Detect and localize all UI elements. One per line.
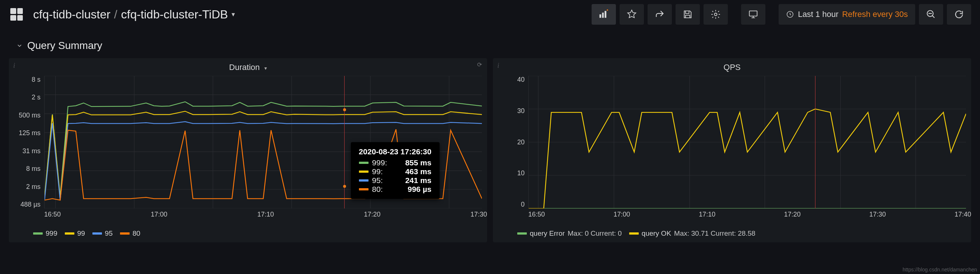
legend-stat: Max: 30.71 Current: 28.58 [674, 229, 756, 237]
axis-tick: 17:20 [364, 211, 380, 218]
legend-swatch-icon [629, 233, 639, 234]
axis-tick: 500 ms [19, 112, 40, 119]
section-title: Query Summary [27, 40, 102, 51]
star-button[interactable] [620, 4, 644, 25]
time-range-label: Last 1 hour [798, 10, 838, 19]
axis-tick: 17:30 [471, 211, 487, 218]
legend-label: 99 [77, 229, 85, 237]
panel-caret-icon: ▾ [264, 65, 267, 71]
legend-swatch-icon [120, 233, 130, 234]
tooltip-label: 999: [372, 158, 393, 167]
legend[interactable]: 999999580 [9, 225, 487, 242]
panel-duration[interactable]: i ⟳ Duration ▾ 8 s2 s500 ms125 ms31 ms8 … [9, 58, 487, 242]
tooltip-label: 95: [372, 176, 393, 185]
breadcrumb[interactable]: cfq-tidb-cluster / cfq-tidb-cluster-TiDB… [33, 8, 235, 21]
svg-rect-1 [602, 13, 604, 18]
refresh-interval-label: Refresh every 30s [842, 10, 908, 19]
y-axis: 403020100 [493, 76, 528, 209]
legend-label: query Error [530, 229, 565, 237]
legend-item[interactable]: 80 [120, 229, 140, 237]
axis-tick: 16:50 [44, 211, 61, 218]
view-mode-button[interactable] [741, 4, 765, 25]
chart-plot[interactable] [528, 76, 966, 209]
legend-swatch-icon [359, 162, 369, 164]
svg-rect-4 [749, 11, 757, 16]
panel-qps[interactable]: i QPS 403020100 16:5017:0017:1017:2017:3… [493, 58, 971, 242]
legend-swatch-icon [359, 188, 369, 190]
settings-button[interactable] [703, 4, 728, 25]
info-icon[interactable]: i [13, 62, 15, 70]
tooltip-label: 80: [372, 185, 393, 194]
info-icon[interactable]: i [497, 62, 499, 70]
legend-swatch-icon [65, 233, 74, 234]
legend-item[interactable]: 999 [33, 229, 57, 237]
legend-item[interactable]: 99 [65, 229, 85, 237]
axis-tick: 17:20 [784, 211, 801, 218]
watermark: https://blog.csdn.net/damanchen [903, 267, 977, 272]
tooltip-value: 996 µs [407, 185, 431, 194]
axis-tick: 8 ms [26, 165, 40, 173]
axis-tick: 31 ms [22, 147, 40, 155]
share-button[interactable] [648, 4, 672, 25]
legend-item[interactable]: query ErrorMax: 0 Current: 0 [517, 229, 622, 237]
legend-swatch-icon [359, 170, 369, 173]
x-axis: 16:5017:0017:1017:2017:30 [9, 209, 487, 225]
axis-tick: 30 [517, 107, 525, 115]
chevron-down-icon [16, 42, 23, 49]
breadcrumb-caret-icon[interactable]: ▾ [232, 10, 235, 18]
axis-tick: 40 [517, 76, 525, 84]
axis-tick: 20 [517, 139, 525, 146]
chart-plot[interactable]: 2020-08-23 17:26:30 999:855 ms99:463 ms9… [44, 76, 482, 209]
zoom-out-button[interactable] [919, 4, 943, 25]
legend-swatch-icon [33, 233, 43, 234]
breadcrumb-current[interactable]: cfq-tidb-cluster-TiDB [121, 8, 228, 21]
refresh-button[interactable] [947, 4, 971, 25]
panel-title[interactable]: QPS [493, 58, 971, 74]
legend-stat: Max: 0 Current: 0 [568, 229, 622, 237]
legend[interactable]: query ErrorMax: 0 Current: 0query OKMax:… [493, 225, 971, 242]
legend-item[interactable]: 95 [92, 229, 113, 237]
svg-point-3 [714, 13, 717, 16]
axis-tick: 0 [521, 201, 525, 209]
axis-tick: 10 [517, 169, 525, 177]
tooltip: 2020-08-23 17:26:30 999:855 ms99:463 ms9… [351, 142, 439, 199]
axis-tick: 2 s [32, 94, 40, 101]
axis-tick: 125 ms [19, 129, 40, 137]
tooltip-time: 2020-08-23 17:26:30 [359, 147, 431, 156]
clock-icon [786, 10, 794, 18]
breadcrumb-slash: / [114, 8, 118, 21]
crosshair [815, 76, 815, 209]
axis-tick: 2 ms [26, 183, 40, 191]
legend-label: query OK [642, 229, 671, 237]
panel-title[interactable]: Duration ▾ [9, 58, 487, 74]
crosshair [344, 76, 345, 209]
svg-rect-2 [605, 11, 607, 18]
add-panel-button[interactable] [592, 4, 616, 25]
axis-tick: 17:40 [955, 211, 971, 218]
tooltip-row: 99:463 ms [359, 167, 431, 176]
legend-label: 80 [132, 229, 140, 237]
axis-tick: 17:00 [614, 211, 630, 218]
breadcrumb-parent[interactable]: cfq-tidb-cluster [33, 8, 110, 21]
x-axis: 16:5017:0017:1017:2017:3017:40 [493, 209, 971, 225]
loading-icon: ⟳ [477, 61, 482, 68]
legend-item[interactable]: query OKMax: 30.71 Current: 28.58 [629, 229, 756, 237]
y-axis: 8 s2 s500 ms125 ms31 ms8 ms2 ms488 µs [9, 76, 44, 209]
axis-tick: 8 s [32, 76, 40, 84]
axis-tick: 488 µs [21, 201, 40, 209]
axis-tick: 17:10 [699, 211, 715, 218]
svg-rect-0 [600, 14, 601, 18]
legend-label: 95 [105, 229, 113, 237]
dashboard-logo-icon[interactable] [10, 8, 23, 21]
legend-swatch-icon [517, 233, 527, 234]
axis-tick: 17:10 [257, 211, 274, 218]
time-range-button[interactable]: Last 1 hour Refresh every 30s [779, 4, 915, 25]
tooltip-row: 95:241 ms [359, 176, 431, 185]
save-button[interactable] [676, 4, 700, 25]
axis-tick: 17:30 [869, 211, 886, 218]
tooltip-value: 463 ms [405, 167, 431, 176]
tooltip-label: 99: [372, 167, 393, 176]
legend-swatch-icon [359, 179, 369, 182]
legend-label: 999 [46, 229, 57, 237]
section-header[interactable]: Query Summary [0, 29, 980, 58]
